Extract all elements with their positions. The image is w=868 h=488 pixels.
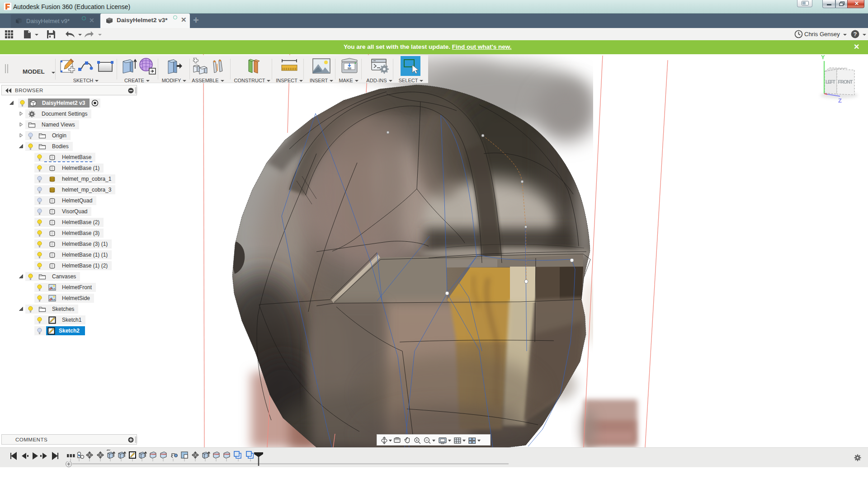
- svg-text:?: ?: [854, 31, 857, 38]
- svg-text:FRONT: FRONT: [838, 79, 853, 84]
- svg-text:Z: Z: [838, 97, 842, 104]
- svg-text:Y: Y: [821, 54, 825, 61]
- svg-text:LEFT: LEFT: [826, 79, 835, 84]
